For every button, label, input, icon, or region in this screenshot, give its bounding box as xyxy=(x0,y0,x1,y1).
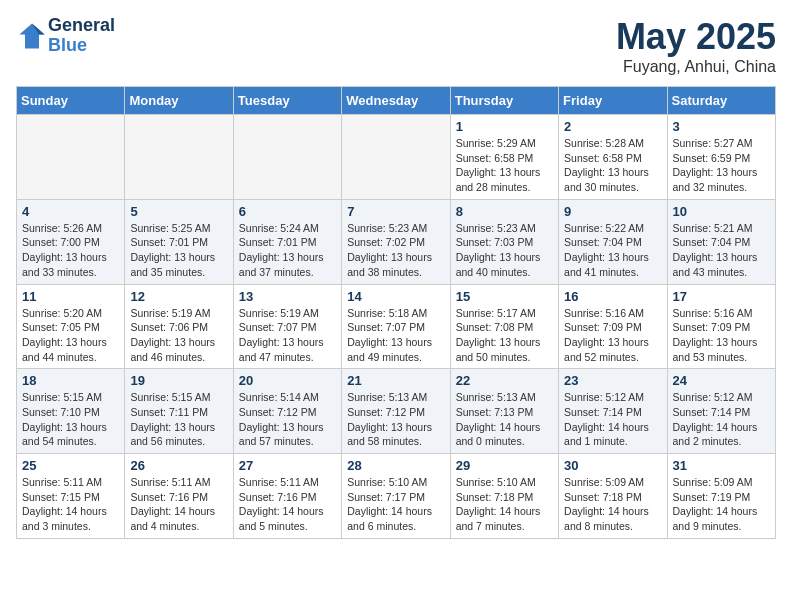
day-number: 12 xyxy=(130,289,227,304)
svg-marker-0 xyxy=(19,23,44,48)
day-number: 2 xyxy=(564,119,661,134)
day-number: 4 xyxy=(22,204,119,219)
calendar-cell: 23Sunrise: 5:12 AM Sunset: 7:14 PM Dayli… xyxy=(559,369,667,454)
day-number: 5 xyxy=(130,204,227,219)
day-info: Sunrise: 5:14 AM Sunset: 7:12 PM Dayligh… xyxy=(239,390,336,449)
day-number: 25 xyxy=(22,458,119,473)
weekday-header-monday: Monday xyxy=(125,87,233,115)
day-number: 30 xyxy=(564,458,661,473)
calendar-cell: 9Sunrise: 5:22 AM Sunset: 7:04 PM Daylig… xyxy=(559,199,667,284)
day-info: Sunrise: 5:09 AM Sunset: 7:18 PM Dayligh… xyxy=(564,475,661,534)
month-title: May 2025 xyxy=(616,16,776,58)
calendar-cell: 6Sunrise: 5:24 AM Sunset: 7:01 PM Daylig… xyxy=(233,199,341,284)
calendar-cell: 21Sunrise: 5:13 AM Sunset: 7:12 PM Dayli… xyxy=(342,369,450,454)
day-info: Sunrise: 5:23 AM Sunset: 7:03 PM Dayligh… xyxy=(456,221,553,280)
calendar-cell: 15Sunrise: 5:17 AM Sunset: 7:08 PM Dayli… xyxy=(450,284,558,369)
weekday-header-saturday: Saturday xyxy=(667,87,775,115)
day-info: Sunrise: 5:10 AM Sunset: 7:17 PM Dayligh… xyxy=(347,475,444,534)
day-info: Sunrise: 5:15 AM Sunset: 7:10 PM Dayligh… xyxy=(22,390,119,449)
calendar-cell: 24Sunrise: 5:12 AM Sunset: 7:14 PM Dayli… xyxy=(667,369,775,454)
calendar-cell: 3Sunrise: 5:27 AM Sunset: 6:59 PM Daylig… xyxy=(667,115,775,200)
calendar-cell: 1Sunrise: 5:29 AM Sunset: 6:58 PM Daylig… xyxy=(450,115,558,200)
calendar-cell: 10Sunrise: 5:21 AM Sunset: 7:04 PM Dayli… xyxy=(667,199,775,284)
calendar-cell xyxy=(17,115,125,200)
day-number: 1 xyxy=(456,119,553,134)
day-info: Sunrise: 5:28 AM Sunset: 6:58 PM Dayligh… xyxy=(564,136,661,195)
day-number: 29 xyxy=(456,458,553,473)
day-number: 16 xyxy=(564,289,661,304)
logo: General Blue xyxy=(16,16,115,56)
weekday-header-sunday: Sunday xyxy=(17,87,125,115)
weekday-header-thursday: Thursday xyxy=(450,87,558,115)
calendar-table: SundayMondayTuesdayWednesdayThursdayFrid… xyxy=(16,86,776,539)
day-number: 3 xyxy=(673,119,770,134)
calendar-cell: 2Sunrise: 5:28 AM Sunset: 6:58 PM Daylig… xyxy=(559,115,667,200)
day-info: Sunrise: 5:26 AM Sunset: 7:00 PM Dayligh… xyxy=(22,221,119,280)
day-info: Sunrise: 5:19 AM Sunset: 7:06 PM Dayligh… xyxy=(130,306,227,365)
calendar-cell: 19Sunrise: 5:15 AM Sunset: 7:11 PM Dayli… xyxy=(125,369,233,454)
day-number: 17 xyxy=(673,289,770,304)
day-info: Sunrise: 5:20 AM Sunset: 7:05 PM Dayligh… xyxy=(22,306,119,365)
day-info: Sunrise: 5:15 AM Sunset: 7:11 PM Dayligh… xyxy=(130,390,227,449)
day-number: 19 xyxy=(130,373,227,388)
day-number: 20 xyxy=(239,373,336,388)
calendar-cell: 29Sunrise: 5:10 AM Sunset: 7:18 PM Dayli… xyxy=(450,454,558,539)
day-info: Sunrise: 5:11 AM Sunset: 7:15 PM Dayligh… xyxy=(22,475,119,534)
calendar-cell: 31Sunrise: 5:09 AM Sunset: 7:19 PM Dayli… xyxy=(667,454,775,539)
logo-text-line1: General xyxy=(48,16,115,36)
day-number: 11 xyxy=(22,289,119,304)
calendar-cell xyxy=(125,115,233,200)
title-area: May 2025 Fuyang, Anhui, China xyxy=(616,16,776,76)
day-number: 26 xyxy=(130,458,227,473)
calendar-cell: 16Sunrise: 5:16 AM Sunset: 7:09 PM Dayli… xyxy=(559,284,667,369)
location-title: Fuyang, Anhui, China xyxy=(616,58,776,76)
calendar-cell: 25Sunrise: 5:11 AM Sunset: 7:15 PM Dayli… xyxy=(17,454,125,539)
day-number: 23 xyxy=(564,373,661,388)
day-info: Sunrise: 5:25 AM Sunset: 7:01 PM Dayligh… xyxy=(130,221,227,280)
day-info: Sunrise: 5:18 AM Sunset: 7:07 PM Dayligh… xyxy=(347,306,444,365)
calendar-week-5: 25Sunrise: 5:11 AM Sunset: 7:15 PM Dayli… xyxy=(17,454,776,539)
calendar-cell: 17Sunrise: 5:16 AM Sunset: 7:09 PM Dayli… xyxy=(667,284,775,369)
day-info: Sunrise: 5:23 AM Sunset: 7:02 PM Dayligh… xyxy=(347,221,444,280)
day-info: Sunrise: 5:13 AM Sunset: 7:13 PM Dayligh… xyxy=(456,390,553,449)
weekday-header-tuesday: Tuesday xyxy=(233,87,341,115)
day-number: 7 xyxy=(347,204,444,219)
day-info: Sunrise: 5:21 AM Sunset: 7:04 PM Dayligh… xyxy=(673,221,770,280)
calendar-cell: 13Sunrise: 5:19 AM Sunset: 7:07 PM Dayli… xyxy=(233,284,341,369)
day-info: Sunrise: 5:13 AM Sunset: 7:12 PM Dayligh… xyxy=(347,390,444,449)
calendar-week-1: 1Sunrise: 5:29 AM Sunset: 6:58 PM Daylig… xyxy=(17,115,776,200)
calendar-cell: 5Sunrise: 5:25 AM Sunset: 7:01 PM Daylig… xyxy=(125,199,233,284)
calendar-cell xyxy=(233,115,341,200)
day-info: Sunrise: 5:19 AM Sunset: 7:07 PM Dayligh… xyxy=(239,306,336,365)
day-info: Sunrise: 5:11 AM Sunset: 7:16 PM Dayligh… xyxy=(130,475,227,534)
day-number: 15 xyxy=(456,289,553,304)
calendar-cell: 20Sunrise: 5:14 AM Sunset: 7:12 PM Dayli… xyxy=(233,369,341,454)
day-info: Sunrise: 5:24 AM Sunset: 7:01 PM Dayligh… xyxy=(239,221,336,280)
day-number: 6 xyxy=(239,204,336,219)
day-number: 28 xyxy=(347,458,444,473)
day-number: 13 xyxy=(239,289,336,304)
calendar-cell xyxy=(342,115,450,200)
day-number: 10 xyxy=(673,204,770,219)
calendar-cell: 14Sunrise: 5:18 AM Sunset: 7:07 PM Dayli… xyxy=(342,284,450,369)
day-info: Sunrise: 5:11 AM Sunset: 7:16 PM Dayligh… xyxy=(239,475,336,534)
logo-text-line2: Blue xyxy=(48,36,115,56)
day-info: Sunrise: 5:27 AM Sunset: 6:59 PM Dayligh… xyxy=(673,136,770,195)
day-info: Sunrise: 5:29 AM Sunset: 6:58 PM Dayligh… xyxy=(456,136,553,195)
day-number: 9 xyxy=(564,204,661,219)
calendar-cell: 11Sunrise: 5:20 AM Sunset: 7:05 PM Dayli… xyxy=(17,284,125,369)
calendar-cell: 30Sunrise: 5:09 AM Sunset: 7:18 PM Dayli… xyxy=(559,454,667,539)
day-number: 8 xyxy=(456,204,553,219)
calendar-cell: 18Sunrise: 5:15 AM Sunset: 7:10 PM Dayli… xyxy=(17,369,125,454)
day-info: Sunrise: 5:12 AM Sunset: 7:14 PM Dayligh… xyxy=(673,390,770,449)
calendar-cell: 4Sunrise: 5:26 AM Sunset: 7:00 PM Daylig… xyxy=(17,199,125,284)
day-info: Sunrise: 5:22 AM Sunset: 7:04 PM Dayligh… xyxy=(564,221,661,280)
calendar-cell: 22Sunrise: 5:13 AM Sunset: 7:13 PM Dayli… xyxy=(450,369,558,454)
day-number: 27 xyxy=(239,458,336,473)
day-info: Sunrise: 5:17 AM Sunset: 7:08 PM Dayligh… xyxy=(456,306,553,365)
calendar-cell: 26Sunrise: 5:11 AM Sunset: 7:16 PM Dayli… xyxy=(125,454,233,539)
page-header: General Blue May 2025 Fuyang, Anhui, Chi… xyxy=(16,16,776,76)
day-info: Sunrise: 5:16 AM Sunset: 7:09 PM Dayligh… xyxy=(673,306,770,365)
calendar-week-2: 4Sunrise: 5:26 AM Sunset: 7:00 PM Daylig… xyxy=(17,199,776,284)
calendar-cell: 28Sunrise: 5:10 AM Sunset: 7:17 PM Dayli… xyxy=(342,454,450,539)
